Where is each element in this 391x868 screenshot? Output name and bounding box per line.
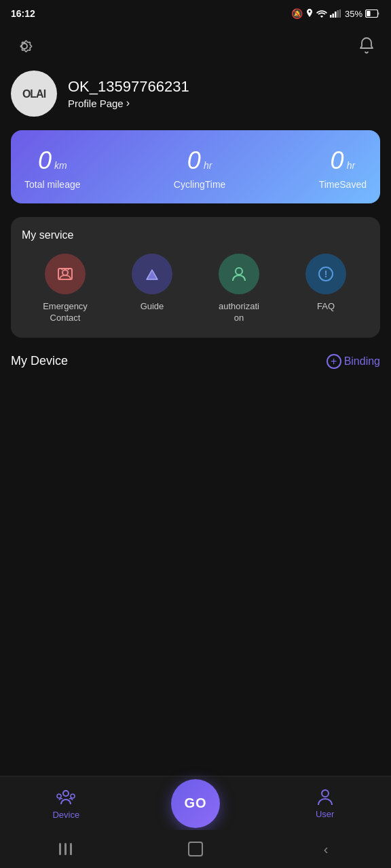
nav-device[interactable]: Device bbox=[39, 787, 93, 820]
profile-section: OLAI OK_13597766231 Profile Page › bbox=[0, 65, 391, 130]
svg-point-16 bbox=[71, 794, 75, 798]
profile-info: OK_13597766231 Profile Page › bbox=[68, 78, 380, 109]
stat-timesaved-value: 0 bbox=[331, 146, 344, 175]
user-nav-icon bbox=[316, 787, 335, 806]
stat-cycling-unit: hr bbox=[204, 160, 212, 171]
svg-rect-0 bbox=[330, 15, 332, 18]
svg-point-15 bbox=[57, 794, 61, 798]
stat-cycling-value-row: 0 hr bbox=[174, 146, 226, 175]
user-nav-label: User bbox=[316, 809, 334, 819]
my-device-section: My Device + Binding bbox=[0, 351, 391, 377]
mute-icon: 🔕 bbox=[291, 8, 303, 19]
service-label-guide: Guide bbox=[141, 301, 164, 313]
battery-text: 35% bbox=[345, 9, 362, 19]
signal-icon bbox=[330, 9, 341, 18]
stat-cycling: 0 hr CyclingTime bbox=[174, 146, 226, 190]
avatar-logo: OLAI bbox=[14, 73, 54, 114]
service-item-faq[interactable]: ! FAQ bbox=[299, 254, 353, 313]
go-label: GO bbox=[184, 795, 206, 811]
service-label-emergency: EmergencyContact bbox=[43, 301, 88, 324]
profile-page-link[interactable]: Profile Page › bbox=[68, 97, 380, 109]
svg-point-14 bbox=[63, 791, 69, 796]
battery-icon bbox=[365, 9, 380, 18]
stat-mileage-value: 0 bbox=[38, 146, 52, 175]
nav-user[interactable]: User bbox=[298, 787, 352, 819]
authorization-icon-circle bbox=[219, 254, 259, 294]
svg-point-10 bbox=[62, 270, 68, 275]
status-icons: 🔕 35% bbox=[291, 8, 380, 19]
binding-button[interactable]: + Binding bbox=[327, 354, 380, 369]
faq-icon-circle: ! bbox=[305, 254, 346, 294]
stat-mileage: 0 km Total mileage bbox=[24, 146, 81, 190]
binding-label: Binding bbox=[344, 355, 380, 368]
recent-apps-icon bbox=[59, 843, 72, 855]
profile-username: OK_13597766231 bbox=[68, 78, 380, 96]
svg-text:OLAI: OLAI bbox=[22, 88, 46, 100]
stat-mileage-value-row: 0 km bbox=[24, 146, 81, 175]
emergency-contact-icon-circle bbox=[45, 254, 86, 294]
guide-icon-circle bbox=[132, 254, 172, 294]
stat-timesaved-value-row: 0 hr bbox=[319, 146, 367, 175]
svg-text:!: ! bbox=[324, 269, 328, 279]
bottom-nav: Device GO User bbox=[0, 776, 391, 830]
stat-timesaved-unit: hr bbox=[347, 160, 355, 171]
avatar: OLAI bbox=[11, 71, 57, 117]
status-time: 16:12 bbox=[11, 8, 35, 19]
service-item-guide[interactable]: Guide bbox=[125, 254, 179, 313]
notification-button[interactable] bbox=[353, 33, 380, 60]
stat-timesaved: 0 hr TimeSaved bbox=[319, 146, 367, 190]
service-title: My service bbox=[22, 229, 369, 241]
location-icon bbox=[305, 9, 314, 18]
system-nav: ‹ bbox=[0, 830, 391, 868]
home-button[interactable] bbox=[175, 835, 216, 863]
stats-row: 0 km Total mileage 0 hr CyclingTime 0 hr… bbox=[24, 146, 367, 190]
svg-point-17 bbox=[322, 790, 329, 797]
svg-rect-4 bbox=[339, 9, 341, 18]
stat-cycling-label: CyclingTime bbox=[174, 179, 226, 190]
top-bar bbox=[0, 27, 391, 65]
stat-mileage-label: Total mileage bbox=[24, 179, 81, 190]
service-label-faq: FAQ bbox=[317, 301, 335, 313]
status-bar: 16:12 🔕 35% bbox=[0, 0, 391, 27]
svg-rect-6 bbox=[367, 11, 371, 16]
plus-circle-icon: + bbox=[327, 354, 341, 369]
stat-cycling-value: 0 bbox=[187, 146, 201, 175]
service-item-emergency[interactable]: EmergencyContact bbox=[38, 254, 92, 324]
wifi-icon bbox=[316, 9, 327, 18]
my-device-title: My Device bbox=[11, 354, 68, 368]
profile-page-label: Profile Page bbox=[68, 98, 124, 109]
svg-point-11 bbox=[236, 268, 242, 275]
go-button[interactable]: GO bbox=[171, 779, 220, 828]
service-label-authorization: authorization bbox=[219, 301, 259, 324]
back-icon: ‹ bbox=[324, 842, 329, 857]
svg-rect-3 bbox=[337, 10, 339, 18]
service-card: My service EmergencyContact bbox=[11, 217, 380, 338]
stat-mileage-unit: km bbox=[54, 160, 67, 171]
device-nav-icon bbox=[56, 787, 76, 807]
stats-card: 0 km Total mileage 0 hr CyclingTime 0 hr… bbox=[11, 130, 380, 203]
service-icons-row: EmergencyContact Guide authorization bbox=[22, 254, 369, 324]
svg-rect-1 bbox=[332, 14, 334, 18]
svg-rect-2 bbox=[335, 12, 337, 18]
back-button[interactable]: ‹ bbox=[305, 835, 346, 863]
recent-apps-button[interactable] bbox=[45, 835, 86, 863]
stat-timesaved-label: TimeSaved bbox=[319, 179, 367, 190]
profile-page-arrow-icon: › bbox=[126, 97, 130, 109]
device-nav-label: Device bbox=[52, 810, 79, 820]
home-icon bbox=[188, 842, 203, 856]
service-item-authorization[interactable]: authorization bbox=[212, 254, 266, 324]
settings-button[interactable] bbox=[11, 33, 38, 60]
